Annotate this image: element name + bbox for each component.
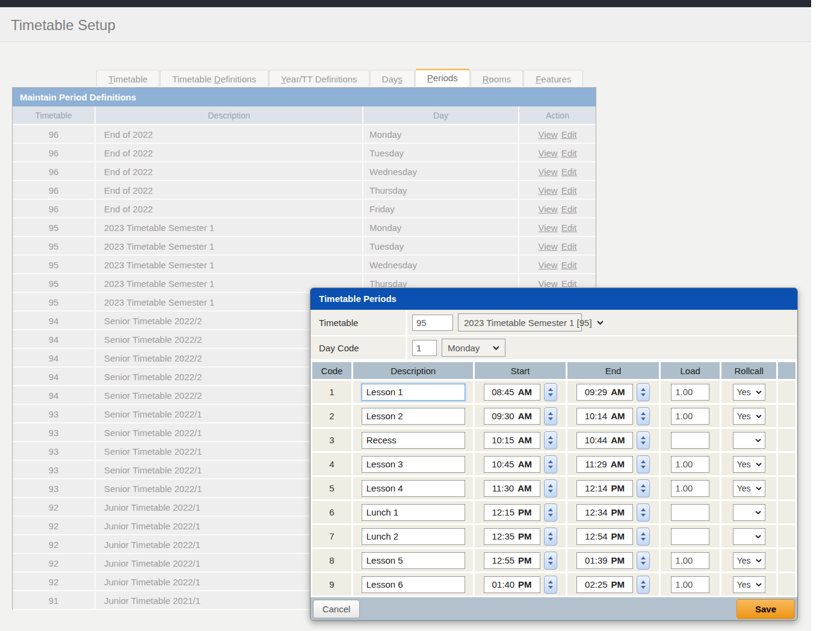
period-description-input[interactable] bbox=[362, 408, 465, 425]
edit-link[interactable]: Edit bbox=[561, 148, 577, 158]
rollcall-select[interactable]: Yes bbox=[733, 384, 765, 401]
start-time-input[interactable]: 08:45AM bbox=[484, 384, 540, 401]
view-link[interactable]: View bbox=[538, 185, 557, 195]
edit-link[interactable]: Edit bbox=[561, 260, 577, 270]
end-time-spinner[interactable] bbox=[637, 528, 650, 546]
rollcall-select[interactable]: Yes bbox=[733, 480, 765, 497]
rollcall-select[interactable] bbox=[733, 504, 765, 521]
tab-timetable-definitions[interactable]: Timetable Definitions bbox=[160, 70, 268, 87]
start-time-input[interactable]: 10:45AM bbox=[484, 456, 540, 473]
spin-down-icon[interactable] bbox=[641, 562, 646, 565]
end-time-input[interactable]: 02:25PM bbox=[576, 576, 633, 593]
view-link[interactable]: View bbox=[538, 204, 557, 214]
end-time-input[interactable]: 12:34PM bbox=[576, 504, 633, 521]
view-link[interactable]: View bbox=[538, 129, 557, 140]
edit-link[interactable]: Edit bbox=[561, 129, 577, 140]
end-time-spinner[interactable] bbox=[637, 503, 650, 522]
day-code-input[interactable] bbox=[412, 340, 437, 356]
rollcall-select[interactable] bbox=[733, 528, 765, 545]
rollcall-select[interactable]: Yes bbox=[733, 408, 765, 425]
edit-link[interactable]: Edit bbox=[561, 223, 577, 233]
end-time-input[interactable]: 01:39PM bbox=[576, 552, 633, 569]
spin-down-icon[interactable] bbox=[548, 442, 553, 445]
period-description-input[interactable] bbox=[362, 456, 465, 473]
start-time-spinner[interactable] bbox=[544, 552, 557, 570]
spin-down-icon[interactable] bbox=[641, 514, 646, 517]
spin-down-icon[interactable] bbox=[548, 514, 553, 517]
start-time-input[interactable]: 10:15AM bbox=[484, 432, 540, 449]
edit-link[interactable]: Edit bbox=[561, 204, 577, 214]
day-select[interactable]: Monday bbox=[442, 339, 505, 357]
load-input[interactable] bbox=[671, 504, 709, 521]
spin-down-icon[interactable] bbox=[641, 586, 646, 589]
period-description-input[interactable] bbox=[362, 480, 465, 497]
end-time-input[interactable]: 11:29AM bbox=[576, 456, 633, 473]
end-time-spinner[interactable] bbox=[637, 576, 650, 594]
load-input[interactable] bbox=[671, 528, 709, 545]
timetable-code-input[interactable] bbox=[412, 315, 453, 331]
end-time-input[interactable]: 12:54PM bbox=[576, 528, 633, 545]
start-time-spinner[interactable] bbox=[544, 383, 557, 401]
period-description-input[interactable] bbox=[362, 528, 465, 545]
view-link[interactable]: View bbox=[538, 167, 557, 177]
end-time-spinner[interactable] bbox=[637, 552, 650, 570]
timetable-select[interactable]: 2023 Timetable Semester 1 [95] bbox=[458, 313, 582, 331]
spin-down-icon[interactable] bbox=[548, 490, 553, 493]
end-time-input[interactable]: 09:29AM bbox=[576, 384, 633, 401]
period-description-input[interactable] bbox=[362, 576, 465, 593]
end-time-input[interactable]: 10:44AM bbox=[576, 432, 633, 449]
period-description-input[interactable] bbox=[362, 504, 465, 521]
spin-down-icon[interactable] bbox=[548, 562, 553, 565]
start-time-input[interactable]: 01:40PM bbox=[484, 576, 540, 593]
spin-up-icon[interactable] bbox=[548, 556, 553, 559]
spin-up-icon[interactable] bbox=[548, 484, 553, 487]
tab-periods[interactable]: Periods bbox=[415, 69, 470, 87]
start-time-input[interactable]: 09:30AM bbox=[484, 408, 540, 425]
spin-up-icon[interactable] bbox=[641, 508, 646, 511]
period-description-input[interactable] bbox=[362, 432, 465, 449]
end-time-spinner[interactable] bbox=[637, 407, 650, 425]
spin-up-icon[interactable] bbox=[548, 436, 553, 439]
period-description-input[interactable] bbox=[362, 384, 465, 401]
start-time-spinner[interactable] bbox=[544, 503, 557, 522]
tab-year-tt-definitions[interactable]: Year/TT Definitions bbox=[269, 70, 369, 87]
spin-up-icon[interactable] bbox=[641, 532, 646, 535]
start-time-input[interactable]: 12:15PM bbox=[484, 504, 540, 521]
load-input[interactable] bbox=[671, 480, 709, 497]
spin-down-icon[interactable] bbox=[548, 586, 553, 589]
edit-link[interactable]: Edit bbox=[561, 185, 577, 195]
start-time-input[interactable]: 12:35PM bbox=[484, 528, 540, 545]
spin-up-icon[interactable] bbox=[548, 460, 553, 463]
view-link[interactable]: View bbox=[538, 223, 557, 233]
spin-down-icon[interactable] bbox=[548, 417, 553, 420]
spin-down-icon[interactable] bbox=[548, 393, 553, 396]
end-time-input[interactable]: 12:14PM bbox=[576, 480, 633, 497]
edit-link[interactable]: Edit bbox=[561, 167, 577, 177]
rollcall-select[interactable]: Yes bbox=[733, 456, 765, 473]
start-time-spinner[interactable] bbox=[544, 407, 557, 425]
tab-rooms[interactable]: Rooms bbox=[471, 70, 523, 87]
rollcall-select[interactable]: Yes bbox=[733, 576, 765, 593]
edit-link[interactable]: Edit bbox=[561, 241, 577, 251]
load-input[interactable] bbox=[671, 384, 709, 401]
spin-up-icon[interactable] bbox=[641, 484, 646, 487]
load-input[interactable] bbox=[671, 408, 709, 425]
end-time-spinner[interactable] bbox=[637, 455, 650, 473]
tab-features[interactable]: Features bbox=[523, 70, 583, 87]
spin-up-icon[interactable] bbox=[548, 532, 553, 535]
tab-days[interactable]: Days bbox=[370, 70, 415, 87]
tab-timetable[interactable]: Timetable bbox=[96, 70, 159, 87]
rollcall-select[interactable] bbox=[733, 432, 765, 449]
period-description-input[interactable] bbox=[362, 552, 465, 569]
spin-up-icon[interactable] bbox=[641, 460, 646, 463]
load-input[interactable] bbox=[671, 456, 709, 473]
spin-up-icon[interactable] bbox=[548, 412, 553, 415]
load-input[interactable] bbox=[671, 432, 709, 449]
cancel-button[interactable]: Cancel bbox=[313, 600, 360, 618]
view-link[interactable]: View bbox=[538, 260, 557, 270]
spin-down-icon[interactable] bbox=[641, 538, 646, 541]
spin-up-icon[interactable] bbox=[548, 388, 553, 391]
start-time-spinner[interactable] bbox=[544, 479, 557, 497]
save-button[interactable]: Save bbox=[737, 599, 795, 619]
spin-up-icon[interactable] bbox=[548, 580, 553, 583]
